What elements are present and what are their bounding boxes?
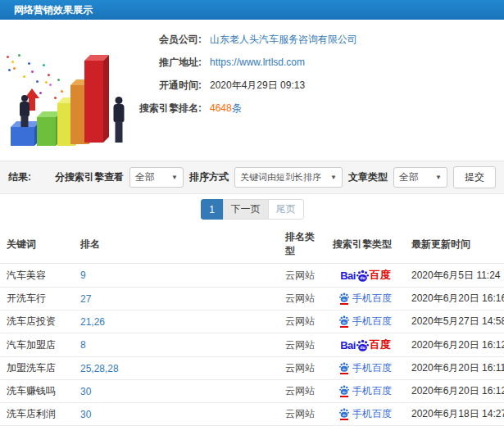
engine-type-cell: du手机百度 — [326, 310, 405, 333]
updated-time-cell: 2020年6月5日 11:24 — [405, 264, 504, 288]
info-row-rank-count: 搜索引擎排名: 4648条 — [139, 97, 504, 120]
rank-link[interactable]: 30 — [80, 386, 91, 397]
engine-type-cell: du手机百度 — [326, 288, 405, 310]
svg-text:du: du — [360, 345, 365, 350]
svg-text:du: du — [343, 390, 347, 394]
chevron-down-icon: ▼ — [330, 174, 337, 181]
baidu-paw-icon: du — [339, 362, 349, 372]
mobile-baidu-label: 手机百度 — [352, 361, 392, 375]
next-page-button[interactable]: 下一页 — [223, 199, 269, 220]
baidu-logo: Baidu百度 — [340, 338, 391, 352]
article-type-label: 文章类型 — [348, 170, 388, 184]
rank-count-label: 搜索引擎排名: — [139, 102, 202, 116]
mobile-baidu-logo: du手机百度 — [339, 361, 392, 375]
info-row-open-time: 开通时间: 2020年4月29日 09:13 — [139, 74, 504, 97]
engine-type-cell: du手机百度 — [326, 380, 405, 403]
company-label: 会员公司: — [139, 33, 202, 47]
header-rank: 排名 — [74, 224, 279, 264]
baidu-paw-icon: du — [339, 408, 349, 418]
engine-filter-label: 分搜索引擎查看 — [55, 170, 124, 184]
keyword-cell: 洗车店投资 — [0, 310, 74, 333]
mobile-baidu-label: 手机百度 — [352, 292, 392, 306]
rank-cell: 30 — [74, 380, 279, 403]
rank-type-cell: 云网站 — [279, 333, 326, 357]
rank-cell: 21,26 — [74, 310, 279, 333]
updated-time-cell: 2020年6月20日 16:12 — [405, 333, 504, 357]
sort-filter-select[interactable]: 关键词由短到长排序 ▼ — [234, 167, 343, 188]
mobile-baidu-logo: du手机百度 — [339, 407, 392, 421]
mobile-baidu-logo: du手机百度 — [339, 292, 392, 306]
article-type-value: 全部 — [399, 170, 419, 184]
baidu-paw-icon: du — [356, 270, 369, 282]
engine-type-cell: du手机百度 — [326, 357, 405, 380]
rank-link[interactable]: 25,28,28 — [80, 363, 119, 374]
table-row: 汽车美容9云网站Baidu百度2020年6月5日 11:24 — [0, 264, 504, 288]
mobile-baidu-logo: du手机百度 — [339, 315, 392, 329]
info-row-url: 推广地址: https://www.lrtlsd.com — [139, 51, 504, 74]
rank-type-cell: 云网站 — [279, 403, 326, 426]
results-label: 结果: — [8, 170, 31, 184]
rank-cell: 25,28,28 — [74, 357, 279, 380]
mobile-baidu-label: 手机百度 — [352, 315, 392, 329]
rank-type-cell: 云网站 — [279, 310, 326, 333]
keyword-rank-table: 关键词 排名 排名类型 搜索引擎类型 最新更新时间 汽车美容9云网站Baidu百… — [0, 224, 504, 426]
keyword-cell: 开洗车行 — [0, 288, 74, 310]
mobile-baidu-label: 手机百度 — [352, 384, 392, 398]
mobile-baidu-label: 手机百度 — [352, 407, 392, 421]
rank-link[interactable]: 30 — [80, 409, 91, 420]
header-updated: 最新更新时间 — [405, 224, 504, 264]
keyword-cell: 洗车赚钱吗 — [0, 380, 74, 403]
table-row: 汽车加盟店8云网站Baidu百度2020年6月20日 16:12 — [0, 333, 504, 357]
rank-count-number: 4648 — [210, 102, 232, 114]
bar-chart-illustration — [0, 25, 139, 156]
baidu-paw-icon: du — [339, 315, 349, 325]
info-row-company: 会员公司: 山东老人头汽车服务咨询有限公司 — [139, 28, 504, 51]
rank-link[interactable]: 8 — [80, 339, 86, 351]
table-row: 开洗车行27云网站du手机百度2020年6月20日 16:16 — [0, 288, 504, 310]
submit-button[interactable]: 提交 — [453, 166, 496, 188]
baidu-paw-icon: du — [356, 339, 369, 351]
header-keyword: 关键词 — [0, 224, 74, 264]
company-info: 会员公司: 山东老人头汽车服务咨询有限公司 推广地址: https://www.… — [139, 20, 504, 120]
article-type-select[interactable]: 全部 ▼ — [393, 167, 447, 188]
rank-cell: 9 — [74, 264, 279, 288]
table-row: 洗车赚钱吗30云网站du手机百度2020年6月20日 16:12 — [0, 380, 504, 403]
rank-type-cell: 云网站 — [279, 380, 326, 403]
last-page-button[interactable]: 尾页 — [268, 199, 304, 220]
engine-type-cell: Baidu百度 — [326, 333, 405, 357]
keyword-cell: 汽车美容 — [0, 264, 74, 288]
rank-link[interactable]: 27 — [80, 293, 91, 305]
baidu-paw-icon: du — [339, 292, 349, 302]
updated-time-cell: 2020年6月18日 14:27 — [405, 403, 504, 426]
rank-cell: 27 — [74, 288, 279, 310]
businessman-right — [111, 97, 126, 143]
promo-url-link[interactable]: https://www.lrtlsd.com — [210, 57, 305, 68]
sort-filter-value: 关键词由短到长排序 — [240, 171, 321, 184]
bar-green — [37, 117, 56, 146]
filters-group: 分搜索引擎查看 全部 ▼ 排序方式 关键词由短到长排序 ▼ 文章类型 全部 ▼ … — [55, 166, 496, 188]
page-title: 网络营销效果展示 — [14, 4, 93, 16]
chevron-down-icon: ▼ — [171, 174, 178, 181]
company-name-link[interactable]: 山东老人头汽车服务咨询有限公司 — [210, 33, 357, 47]
page-header-bar: 网络营销效果展示 — [0, 0, 504, 20]
sort-filter-label: 排序方式 — [189, 170, 229, 184]
rank-link[interactable]: 9 — [80, 270, 86, 281]
table-header-row: 关键词 排名 排名类型 搜索引擎类型 最新更新时间 — [0, 224, 504, 264]
table-row: 洗车店利润30云网站du手机百度2020年6月18日 14:27 — [0, 403, 504, 426]
open-time-label: 开通时间: — [139, 79, 202, 93]
confetti-dots — [7, 56, 9, 58]
pagination: 1 下一页 尾页 — [0, 194, 504, 224]
updated-time-cell: 2020年5月27日 14:58 — [405, 310, 504, 333]
updated-time-cell: 2020年6月20日 16:16 — [405, 288, 504, 310]
results-filter-bar: 结果: 分搜索引擎查看 全部 ▼ 排序方式 关键词由短到长排序 ▼ 文章类型 全… — [0, 161, 504, 194]
svg-text:du: du — [343, 320, 347, 324]
page-button-current[interactable]: 1 — [201, 199, 224, 220]
header-engine-type: 搜索引擎类型 — [326, 224, 405, 264]
rank-link[interactable]: 21,26 — [80, 316, 105, 328]
svg-text:du: du — [343, 367, 347, 371]
engine-filter-select[interactable]: 全部 ▼ — [129, 167, 184, 188]
mobile-baidu-logo: du手机百度 — [339, 384, 392, 398]
open-time-value: 2020年4月29日 09:13 — [210, 79, 305, 93]
keyword-cell: 加盟洗车店 — [0, 357, 74, 380]
info-section: 会员公司: 山东老人头汽车服务咨询有限公司 推广地址: https://www.… — [0, 20, 504, 161]
